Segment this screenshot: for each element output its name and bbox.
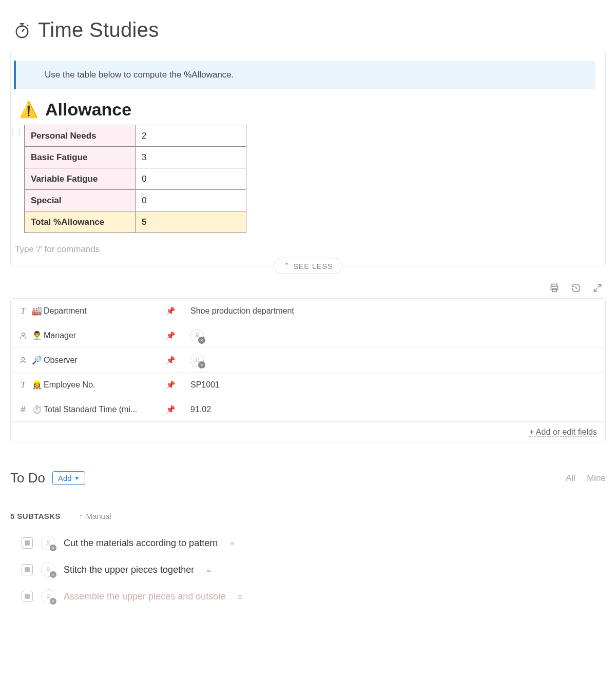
task-row: Cut the materials according to pattern ≡ — [10, 530, 606, 556]
caret-down-icon: ▼ — [74, 475, 80, 481]
task-checkbox[interactable] — [22, 537, 33, 549]
todo-heading: To Do — [10, 470, 45, 486]
chevron-up-icon: ⌃ — [283, 261, 291, 270]
stopwatch-icon — [13, 22, 31, 39]
svg-line-1 — [22, 29, 24, 32]
assign-person-icon[interactable] — [41, 536, 55, 550]
arrow-up-icon: ↑ — [79, 512, 83, 520]
pin-icon[interactable]: 📌 — [164, 356, 178, 365]
field-row-observer: 🔎 Observer 📌 — [11, 348, 605, 373]
add-button[interactable]: Add ▼ — [52, 471, 85, 485]
table-row: Personal Needs 2 — [25, 125, 246, 147]
assign-person-icon[interactable] — [41, 589, 55, 604]
text-type-icon: T — [16, 306, 30, 316]
svg-rect-7 — [552, 289, 556, 292]
task-checkbox[interactable] — [22, 564, 33, 575]
history-icon[interactable] — [571, 283, 581, 293]
svg-point-13 — [196, 333, 199, 336]
svg-point-15 — [196, 358, 199, 360]
svg-point-17 — [47, 567, 50, 570]
svg-point-18 — [47, 594, 50, 596]
table-row: Variable Fatigue 0 — [25, 168, 246, 190]
field-value[interactable] — [183, 323, 605, 347]
magnifier-icon: 🔎 — [30, 355, 44, 365]
assign-person-icon[interactable] — [41, 563, 55, 577]
worker-icon: 👷‍♀️ — [30, 380, 44, 390]
pin-icon[interactable]: 📌 — [164, 331, 178, 340]
page-title: Time Studies — [38, 18, 159, 42]
warning-icon: ⚠️ — [19, 102, 38, 118]
text-type-icon: T — [16, 380, 30, 390]
field-row-total-standard-time: # ⏱️ Total Standard Time (mi... 📌 91.02 — [11, 397, 605, 422]
task-row: Stitch the upper pieces together ≡ — [10, 556, 606, 583]
svg-point-14 — [22, 358, 24, 360]
person-type-icon — [16, 331, 30, 341]
task-row: Assemble the upper pieces and outsole ≡ — [10, 583, 606, 610]
document-card: Use the table below to compute the %Allo… — [10, 51, 606, 266]
field-value[interactable]: Shoe production department — [183, 299, 605, 323]
add-edit-fields-button[interactable]: + Add or edit fields — [11, 422, 605, 442]
drag-handle-icon[interactable]: ⋮⋮ — [9, 128, 23, 136]
task-title[interactable]: Cut the materials according to pattern — [64, 538, 218, 549]
pin-icon[interactable]: 📌 — [164, 380, 178, 390]
field-value[interactable] — [183, 348, 605, 372]
field-row-manager: 👨‍💼 Manager 📌 — [11, 323, 605, 348]
task-title[interactable]: Assemble the upper pieces and outsole — [64, 591, 225, 602]
svg-line-11 — [594, 288, 597, 292]
description-icon[interactable]: ≡ — [238, 592, 242, 601]
pin-icon[interactable]: 📌 — [164, 405, 178, 414]
svg-line-10 — [598, 284, 601, 287]
factory-icon: 🏭 — [30, 306, 44, 316]
table-row: Basic Fatigue 3 — [25, 147, 246, 168]
number-type-icon: # — [16, 404, 30, 415]
field-value[interactable]: 91.02 — [183, 397, 605, 421]
description-icon[interactable]: ≡ — [206, 566, 211, 574]
see-less-button[interactable]: ⌃ SEE LESS — [274, 258, 343, 274]
print-icon[interactable] — [549, 283, 560, 293]
sort-button[interactable]: ↑ Manual — [79, 512, 111, 520]
stopwatch-small-icon: ⏱️ — [30, 404, 44, 414]
fields-card: T 🏭 Department 📌 Shoe production departm… — [10, 298, 606, 442]
person-type-icon — [16, 355, 30, 365]
field-row-employee-no: T 👷‍♀️ Employee No. 📌 SP1001 — [11, 373, 605, 397]
task-title[interactable]: Stitch the upper pieces together — [64, 565, 194, 575]
filter-mine[interactable]: Mine — [587, 473, 606, 483]
allowance-heading: Allowance — [45, 100, 131, 120]
expand-icon[interactable] — [592, 283, 603, 293]
svg-line-4 — [27, 25, 28, 26]
svg-line-9 — [576, 288, 578, 289]
allowance-table: Personal Needs 2 Basic Fatigue 3 Variabl… — [24, 125, 246, 233]
assign-person-icon[interactable] — [190, 354, 204, 367]
table-row-total: Total %Allowance 5 — [25, 211, 246, 233]
task-checkbox[interactable] — [22, 591, 33, 602]
manager-icon: 👨‍💼 — [30, 331, 44, 340]
table-row: Special 0 — [25, 190, 246, 211]
info-banner: Use the table below to compute the %Allo… — [14, 61, 595, 89]
subtasks-count: 5 SUBTASKS — [10, 512, 61, 520]
pin-icon[interactable]: 📌 — [164, 306, 178, 316]
svg-point-16 — [47, 540, 50, 543]
filter-all[interactable]: All — [566, 473, 575, 483]
assign-person-icon[interactable] — [190, 329, 204, 342]
svg-point-12 — [22, 333, 24, 336]
field-row-department: T 🏭 Department 📌 Shoe production departm… — [11, 299, 605, 323]
field-value[interactable]: SP1001 — [183, 373, 605, 397]
command-input[interactable]: Type '/' for commands — [11, 233, 605, 257]
description-icon[interactable]: ≡ — [230, 539, 235, 548]
